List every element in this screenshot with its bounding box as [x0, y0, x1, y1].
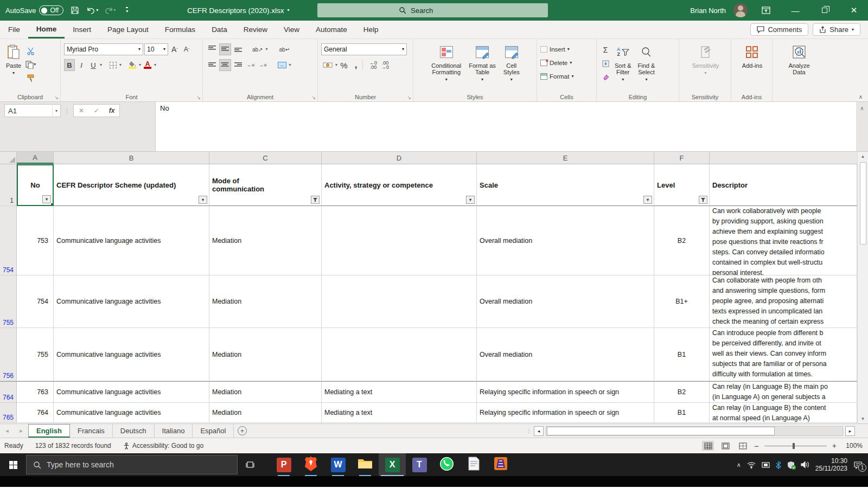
- cell-styles-button[interactable]: Cell Styles▾: [501, 42, 522, 92]
- search-box[interactable]: Search: [317, 3, 548, 17]
- tab-data[interactable]: Data: [203, 21, 235, 38]
- align-right-button[interactable]: [232, 59, 244, 71]
- clear-button[interactable]: [600, 71, 611, 83]
- format-cells-button[interactable]: Format▾: [540, 70, 594, 82]
- header-cell-scale[interactable]: Scale▾: [477, 164, 654, 206]
- start-button[interactable]: [0, 453, 26, 476]
- header-cell-activity-strategy-or-competence[interactable]: Activity, strategy or competence▾: [322, 164, 477, 206]
- tab-formulas[interactable]: Formulas: [157, 21, 203, 38]
- save-icon[interactable]: [69, 4, 81, 16]
- minimize-button[interactable]: —: [784, 0, 806, 21]
- taskbar-app-media-player[interactable]: [487, 453, 514, 476]
- activity-cell[interactable]: Mediating a text: [322, 382, 477, 403]
- customize-qat-icon[interactable]: ▾: [121, 4, 133, 16]
- no-cell[interactable]: 764: [17, 403, 54, 423]
- taskbar-search[interactable]: Type here to search: [26, 455, 238, 474]
- font-color-button[interactable]: A: [142, 59, 153, 71]
- filter-dropdown-icon[interactable]: ▾: [42, 195, 51, 203]
- display-icon[interactable]: [762, 461, 770, 468]
- title-dropdown-icon[interactable]: ▾: [288, 8, 290, 12]
- increase-indent-button[interactable]: →≡: [257, 59, 268, 71]
- tab-view[interactable]: View: [276, 21, 308, 38]
- bold-button[interactable]: B: [64, 59, 75, 71]
- tab-file[interactable]: File: [0, 21, 28, 38]
- notifications-button[interactable]: 1: [853, 461, 863, 469]
- insert-function-button[interactable]: fx: [104, 107, 119, 114]
- page-layout-view-button[interactable]: [719, 441, 731, 451]
- sheet-tab-español[interactable]: Español: [193, 424, 234, 438]
- column-header-f[interactable]: F: [654, 152, 710, 164]
- alignment-dialog-launcher[interactable]: ↘: [311, 95, 316, 100]
- copy-button[interactable]: ▾: [24, 59, 37, 70]
- cancel-formula-button[interactable]: ✕: [74, 107, 89, 114]
- zoom-slider-thumb[interactable]: [793, 443, 795, 449]
- scheme-cell[interactable]: Communicative language activities: [54, 403, 209, 423]
- header-cell-cefr-descriptor-scheme-updated-[interactable]: CEFR Descriptor Scheme (updated)▾: [54, 164, 209, 206]
- format-painter-button[interactable]: [24, 72, 37, 84]
- number-dialog-launcher[interactable]: ↘: [407, 95, 411, 100]
- taskbar-app-powerpoint[interactable]: P: [270, 453, 297, 476]
- formula-input[interactable]: No: [155, 102, 856, 151]
- taskbar-app-word[interactable]: W: [324, 453, 352, 476]
- sensitivity-button[interactable]: Sensitivity▾: [690, 42, 722, 92]
- user-name[interactable]: Brian North: [690, 7, 726, 15]
- tab-home[interactable]: Home: [28, 21, 65, 38]
- clipboard-dialog-launcher[interactable]: ↘: [54, 95, 59, 100]
- security-shield-icon[interactable]: [787, 461, 795, 469]
- enter-formula-button[interactable]: ✓: [89, 107, 104, 114]
- taskbar-app-excel[interactable]: X: [379, 453, 406, 476]
- volume-icon[interactable]: [801, 461, 809, 468]
- page-break-view-button[interactable]: [737, 441, 749, 451]
- tab-insert[interactable]: Insert: [65, 21, 99, 38]
- scale-cell[interactable]: Relaying specific information in speech …: [477, 403, 654, 423]
- scroll-left-icon[interactable]: ◂: [534, 426, 544, 436]
- font-size-select[interactable]: 10▾: [144, 43, 168, 55]
- new-sheet-button[interactable]: +: [234, 424, 250, 438]
- column-header-a[interactable]: A: [17, 152, 54, 164]
- header-cell-mode-of[interactable]: Mode of communication: [209, 164, 322, 206]
- level-cell[interactable]: B2: [654, 206, 710, 275]
- next-sheet-icon[interactable]: ▸: [14, 424, 28, 438]
- filter-dropdown-icon[interactable]: ▾: [199, 196, 207, 204]
- sort-filter-button[interactable]: AZ Sort & Filter▾: [612, 42, 634, 92]
- undo-button[interactable]: ▾: [86, 4, 98, 16]
- level-cell[interactable]: B1+: [654, 275, 710, 328]
- mode-cell[interactable]: Mediation: [209, 382, 322, 403]
- column-header-c[interactable]: C: [209, 152, 322, 164]
- column-header-b[interactable]: B: [54, 152, 209, 164]
- header-cell-no[interactable]: No▾: [17, 164, 54, 206]
- taskbar-app-file-explorer[interactable]: [352, 453, 379, 476]
- taskbar-app-notepad[interactable]: [460, 453, 487, 476]
- italic-button[interactable]: I: [76, 59, 87, 71]
- number-format-select[interactable]: General▾: [321, 43, 407, 55]
- ribbon-display-options-icon[interactable]: [755, 0, 777, 21]
- row-header-755[interactable]: 755: [0, 275, 17, 328]
- level-cell[interactable]: B1: [654, 328, 710, 381]
- collapse-formula-bar-icon[interactable]: ∧: [860, 105, 864, 151]
- descriptor-cell[interactable]: Can collaborate with people from othand …: [710, 275, 857, 328]
- descriptor-cell[interactable]: Can introduce people from different bbe …: [710, 328, 857, 381]
- prev-sheet-icon[interactable]: ◂: [0, 424, 14, 438]
- user-avatar[interactable]: [733, 3, 748, 17]
- accounting-format-button[interactable]: [321, 59, 334, 71]
- addins-button[interactable]: Add-ins: [739, 42, 765, 92]
- taskbar-app-whatsapp[interactable]: [433, 453, 460, 476]
- level-cell[interactable]: B2: [654, 382, 710, 403]
- level-cell[interactable]: B1: [654, 403, 710, 423]
- scheme-cell[interactable]: Communicative language activities: [54, 275, 209, 328]
- scale-cell[interactable]: Relaying specific information in speech …: [477, 382, 654, 403]
- scroll-down-icon[interactable]: ▼: [861, 416, 865, 421]
- row-header-756[interactable]: 756: [0, 328, 17, 381]
- cut-button[interactable]: [24, 45, 37, 57]
- vertical-scroll-thumb[interactable]: [860, 162, 866, 245]
- row-header-764[interactable]: 764: [0, 382, 17, 403]
- activity-cell[interactable]: Mediating a text: [322, 403, 477, 423]
- descriptor-cell[interactable]: Can work collaboratively with peopleby p…: [710, 206, 857, 275]
- no-cell[interactable]: 753: [17, 206, 54, 275]
- filter-active-icon[interactable]: [311, 196, 320, 204]
- sheet-tab-italiano[interactable]: Italiano: [155, 424, 193, 438]
- tab-page-layout[interactable]: Page Layout: [99, 21, 157, 38]
- mode-cell[interactable]: Mediation: [209, 403, 322, 423]
- scheme-cell[interactable]: Communicative language activities: [54, 206, 209, 275]
- paste-button[interactable]: Paste▾: [3, 42, 24, 92]
